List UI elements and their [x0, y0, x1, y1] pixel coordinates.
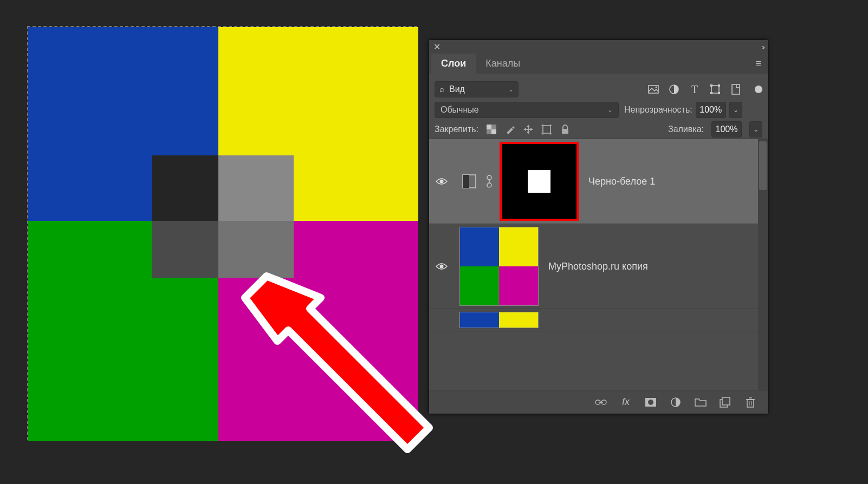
svg-point-2 [656, 87, 657, 88]
filter-pixel-icon[interactable] [647, 83, 659, 95]
lock-pixels-icon[interactable] [504, 124, 515, 135]
svg-rect-4 [711, 86, 719, 93]
layer-mask-thumbnail[interactable] [500, 142, 579, 221]
scrollbar[interactable] [758, 139, 768, 390]
svg-rect-18 [562, 129, 568, 134]
layer-filter-row: ⌕ Вид ⌄ T [429, 79, 768, 100]
fill-label: Заливка: [668, 125, 704, 134]
layer-style-icon[interactable]: fx [619, 396, 632, 409]
layers-panel: ✕ ›› Слои Каналы ≡ ⌕ Вид ⌄ T Обычные ⌄ [429, 40, 768, 414]
blend-mode-value: Обычные [441, 105, 479, 115]
svg-point-23 [487, 183, 491, 187]
mask-link-icon[interactable] [487, 174, 492, 188]
layers-list: Черно-белое 1 MyPhotoshop.ru копия [429, 139, 768, 390]
panel-tabs: Слои Каналы ≡ [429, 54, 768, 74]
svg-rect-11 [487, 125, 491, 129]
opacity-value[interactable]: 100% [696, 102, 726, 118]
tab-channels[interactable]: Каналы [476, 54, 530, 74]
new-group-icon[interactable] [694, 396, 707, 409]
svg-point-22 [487, 175, 491, 180]
lock-all-icon[interactable] [560, 124, 571, 135]
layer-row-image[interactable]: MyPhotoshop.ru копия [429, 224, 758, 309]
visibility-icon[interactable] [436, 260, 448, 272]
new-adjustment-icon[interactable] [669, 396, 682, 409]
lock-artboard-icon[interactable] [541, 124, 552, 135]
blend-row: Обычные ⌄ Непрозрачность: 100% ⌄ [429, 100, 768, 120]
tab-layers[interactable]: Слои [431, 54, 476, 74]
svg-point-19 [440, 180, 444, 184]
filter-toggle[interactable] [755, 86, 762, 93]
lock-transparency-icon[interactable] [486, 124, 497, 135]
opacity-stepper[interactable]: ⌄ [729, 102, 742, 118]
lock-label: Закрепить: [435, 125, 478, 134]
lock-icons [486, 124, 571, 135]
chevron-down-icon: ⌄ [508, 86, 514, 93]
layer-row-partial[interactable] [429, 309, 758, 331]
filter-shape-icon[interactable] [709, 83, 721, 95]
svg-point-25 [440, 265, 444, 269]
layer-row-adjustment[interactable]: Черно-белое 1 [429, 139, 758, 224]
opacity-label: Непрозрачность: [624, 105, 692, 115]
layer-kind-filter[interactable]: ⌕ Вид ⌄ [435, 81, 519, 97]
svg-rect-6 [718, 84, 720, 87]
canvas-bw-overlay [152, 155, 294, 278]
chevron-down-icon: ⌄ [607, 106, 613, 114]
layer-name: MyPhotoshop.ru копия [548, 261, 648, 272]
layer-thumbnail[interactable] [459, 312, 539, 328]
svg-rect-8 [718, 92, 720, 94]
filter-smart-icon[interactable] [730, 83, 742, 95]
svg-rect-9 [732, 84, 740, 94]
layer-name: Черно-белое 1 [588, 176, 655, 187]
lock-row: Закрепить: Заливка: 100% ⌄ [429, 120, 768, 139]
visibility-icon[interactable] [436, 175, 448, 187]
blend-mode-select[interactable]: Обычные ⌄ [435, 102, 619, 118]
panel-titlebar: ✕ ›› [429, 40, 768, 54]
svg-rect-33 [747, 400, 754, 407]
canvas-area[interactable] [27, 26, 417, 440]
collapse-icon[interactable]: ›› [762, 43, 763, 51]
fill-value[interactable]: 100% [711, 121, 742, 138]
new-layer-icon[interactable] [719, 396, 732, 409]
svg-rect-12 [491, 129, 496, 134]
svg-rect-13 [543, 126, 550, 133]
close-icon[interactable]: ✕ [433, 42, 441, 52]
delete-layer-icon[interactable] [744, 396, 757, 409]
add-mask-icon[interactable] [644, 396, 657, 409]
lock-position-icon[interactable] [523, 124, 534, 135]
svg-rect-5 [710, 84, 712, 87]
scrollbar-thumb[interactable] [759, 141, 767, 190]
link-layers-icon[interactable] [594, 396, 607, 409]
svg-rect-7 [710, 92, 712, 94]
adjustment-bw-icon[interactable] [462, 174, 477, 189]
svg-rect-21 [463, 175, 469, 188]
svg-point-30 [648, 400, 653, 405]
opacity-control: Непрозрачность: 100% ⌄ [624, 102, 742, 118]
panel-menu-icon[interactable]: ≡ [749, 58, 768, 69]
filter-adjust-icon[interactable] [668, 83, 680, 95]
fill-stepper[interactable]: ⌄ [749, 121, 762, 138]
filter-icons: T [647, 83, 762, 95]
layer-kind-label: Вид [449, 84, 504, 94]
layer-thumbnail[interactable] [459, 227, 539, 306]
search-icon: ⌕ [439, 84, 445, 94]
filter-type-icon[interactable]: T [689, 83, 701, 95]
svg-rect-32 [722, 397, 730, 405]
layers-bottom-bar: fx [429, 390, 768, 414]
